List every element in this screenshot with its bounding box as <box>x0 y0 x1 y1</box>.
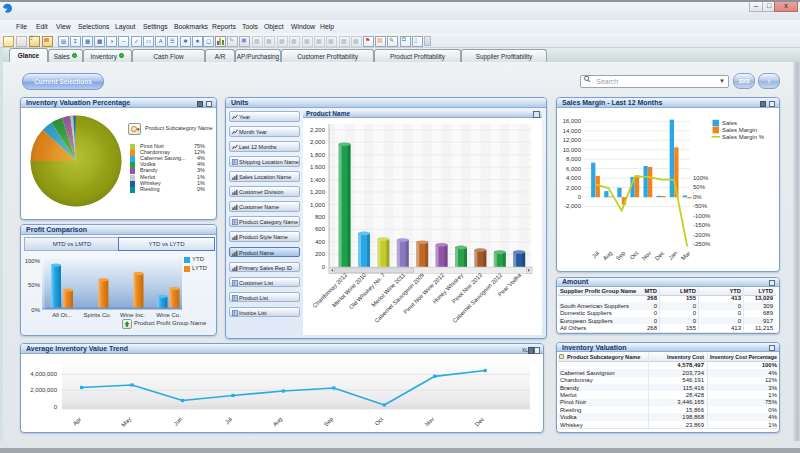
svg-text:0%: 0% <box>693 194 702 200</box>
svg-text:1,200: 1,200 <box>310 189 326 195</box>
svg-text:0: 0 <box>578 194 582 200</box>
svg-text:Wine Co.: Wine Co. <box>156 312 181 318</box>
svg-text:600: 600 <box>315 226 326 232</box>
svg-text:100%: 100% <box>25 258 41 264</box>
svg-text:2,200: 2,200 <box>310 126 326 132</box>
svg-text:16,000: 16,000 <box>563 118 582 124</box>
svg-text:50%: 50% <box>28 282 41 288</box>
svg-text:200: 200 <box>315 251 326 257</box>
svg-text:Sales Margin: Sales Margin <box>722 127 757 133</box>
svg-text:0: 0 <box>54 404 58 410</box>
svg-text:6,000: 6,000 <box>566 166 582 172</box>
svg-text:-100%: -100% <box>693 213 711 219</box>
svg-text:0%: 0% <box>31 307 40 313</box>
svg-text:-50%: -50% <box>693 203 708 209</box>
svg-text:Spirits Co.: Spirits Co. <box>84 312 112 318</box>
svg-text:1,800: 1,800 <box>310 151 326 157</box>
svg-text:50%: 50% <box>693 184 706 190</box>
svg-text:8,000: 8,000 <box>566 156 582 162</box>
svg-text:12,000: 12,000 <box>563 137 582 143</box>
svg-text:10,000: 10,000 <box>563 147 582 153</box>
svg-text:Sales: Sales <box>722 120 737 126</box>
svg-text:1,600: 1,600 <box>310 164 326 170</box>
svg-text:0: 0 <box>322 263 326 269</box>
svg-text:All Ot...: All Ot... <box>52 312 72 318</box>
svg-text:Wine Inc.: Wine Inc. <box>120 312 145 318</box>
svg-text:800: 800 <box>315 213 326 219</box>
svg-text:1,000: 1,000 <box>310 201 326 207</box>
svg-text:400: 400 <box>315 238 326 244</box>
svg-text:Sales Margin %: Sales Margin % <box>722 134 765 140</box>
svg-text:14,000: 14,000 <box>563 128 582 134</box>
svg-text:1,400: 1,400 <box>310 176 326 182</box>
svg-text:-150%: -150% <box>693 222 711 228</box>
svg-text:2,000: 2,000 <box>566 185 582 191</box>
svg-text:100%: 100% <box>693 175 709 181</box>
svg-text:2,000,000: 2,000,000 <box>30 387 57 393</box>
svg-text:4,000,000: 4,000,000 <box>30 371 57 377</box>
svg-text:4,000: 4,000 <box>566 175 582 181</box>
svg-text:2,000: 2,000 <box>310 139 326 145</box>
svg-text:-2,000: -2,000 <box>564 203 582 209</box>
svg-text:-200%: -200% <box>693 232 711 238</box>
svg-text:-250%: -250% <box>693 241 711 247</box>
